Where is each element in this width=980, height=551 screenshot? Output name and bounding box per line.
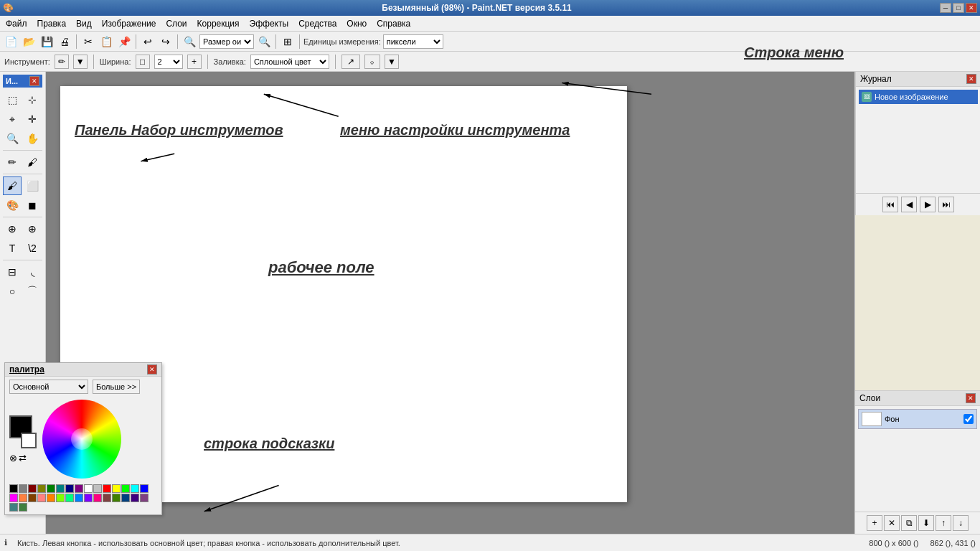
color-wheel[interactable] [42,400,121,479]
color-swatch[interactable] [84,484,93,493]
tool-move[interactable]: ✛ [23,110,42,128]
tool-lasso[interactable]: ⌖ [3,110,22,128]
palette-more-button[interactable]: Больше >> [93,380,140,394]
tool-icon-btn[interactable]: ✏ [55,55,69,69]
layers-close-button[interactable]: ✕ [966,393,976,403]
tool-brush[interactable]: 🖌 [23,153,42,171]
secondary-color-swatch[interactable] [21,433,37,448]
color-swatch[interactable] [19,503,27,512]
layer-visibility-check[interactable] [963,414,974,424]
history-next-btn[interactable]: ▶ [920,197,936,212]
close-button[interactable]: ✕ [966,3,977,13]
swap-icon[interactable]: ⇄ [19,453,27,463]
color-swatch[interactable] [9,503,18,512]
color-swatch[interactable] [112,484,121,493]
history-prev-btn[interactable]: ◀ [901,197,917,212]
color-swatch[interactable] [121,494,130,502]
delete-layer-btn[interactable]: ✕ [884,515,900,531]
tool-zoom[interactable]: 🔍 [3,129,22,148]
save-button[interactable]: 💾 [39,34,55,50]
palette-color-mode-select[interactable]: Основной Дополнительный [9,380,88,394]
width-increase[interactable]: + [187,55,202,69]
antialiasing-btn[interactable]: ↗ [341,55,360,69]
color-swatch[interactable] [37,484,46,493]
color-swatch[interactable] [93,484,102,493]
print-button[interactable]: 🖨 [57,34,72,50]
canvas-area[interactable]: Панель Набор инструметов меню настройки … [46,72,854,534]
paste-button[interactable]: 📌 [116,34,132,50]
grid-button[interactable]: ⊞ [280,34,296,50]
menu-layers[interactable]: Слои [161,17,191,30]
tool-stamp[interactable]: ⊕ [3,220,22,238]
extra-btn[interactable]: ⬦ [364,55,380,69]
menu-correction[interactable]: Коррекция [193,17,244,30]
color-swatch[interactable] [75,494,83,502]
tool-clone[interactable]: ⊕ [23,220,42,238]
tool-pencil[interactable]: ✏ [3,153,22,171]
color-swatch[interactable] [65,494,74,502]
menu-file[interactable]: Файл [1,17,32,30]
copy-button[interactable]: 📋 [98,34,114,50]
color-swatch[interactable] [47,494,55,502]
palette-close-button[interactable]: ✕ [147,364,157,375]
color-swatch[interactable] [28,494,37,502]
color-swatch[interactable] [121,484,130,493]
color-swatch[interactable] [9,494,18,502]
tool-curve[interactable]: ◟ [23,263,42,281]
units-select[interactable]: пиксели сантиметры дюймы [383,34,443,49]
color-swatch[interactable] [28,484,37,493]
history-last-btn[interactable]: ⏭ [938,197,954,212]
color-swatch[interactable] [131,494,139,502]
tool-dropdown[interactable]: ▼ [73,55,88,69]
maximize-button[interactable]: □ [953,3,964,13]
zoom-out-button[interactable]: 🔍 [182,34,197,50]
color-swatch[interactable] [56,484,65,493]
menu-help[interactable]: Справка [372,17,415,30]
tool-freeform[interactable]: ⌒ [23,282,42,301]
width-decrease[interactable]: □ [136,55,150,69]
color-swatch[interactable] [131,484,139,493]
fill-select[interactable]: Сплошной цвет Нет Gradient [250,55,329,69]
minimize-button[interactable]: ─ [940,3,951,13]
open-button[interactable]: 📂 [21,34,37,50]
color-swatch[interactable] [84,494,93,502]
tools-panel-close[interactable]: ✕ [29,76,39,86]
menu-image[interactable]: Изображение [98,17,161,30]
layer-up-btn[interactable]: ↑ [936,515,951,531]
menu-edit[interactable]: Правка [33,17,71,30]
transparent-icon[interactable]: ⊗ [9,453,17,463]
extra-btn2[interactable]: ▼ [385,55,399,69]
tool-paint-brush[interactable]: 🖌 [3,176,22,195]
tool-shapes[interactable]: \2 [23,239,42,258]
tool-recolor[interactable]: 🎨 [3,196,22,215]
duplicate-layer-btn[interactable]: ⧉ [901,515,917,531]
tool-eraser[interactable]: ⬜ [23,176,42,195]
menu-window[interactable]: Окно [342,17,371,30]
color-swatch[interactable] [47,484,55,493]
add-layer-btn[interactable]: + [867,515,882,531]
tool-line[interactable]: ⊟ [3,263,22,281]
color-swatch[interactable] [37,494,46,502]
color-swatch[interactable] [56,494,65,502]
color-swatch[interactable] [103,494,111,502]
color-swatch[interactable] [65,484,74,493]
color-swatch[interactable] [140,494,149,502]
tool-gradient[interactable]: ◼ [23,196,42,215]
zoom-select[interactable]: Размер ои 100% 200% [199,34,254,49]
menu-effects[interactable]: Эффекты [245,17,293,30]
color-swatch[interactable] [9,484,18,493]
tool-ellipse[interactable]: ○ [3,282,22,301]
merge-layer-btn[interactable]: ⬇ [918,515,934,531]
tool-text[interactable]: T [3,239,22,258]
undo-button[interactable]: ↩ [140,34,156,50]
width-select[interactable]: 2135 [154,55,183,69]
cut-button[interactable]: ✂ [80,34,96,50]
history-first-btn[interactable]: ⏮ [882,197,898,212]
color-swatch[interactable] [19,494,27,502]
zoom-in-button[interactable]: 🔍 [256,34,272,50]
menu-view[interactable]: Вид [72,17,96,30]
color-swatch[interactable] [93,494,102,502]
new-button[interactable]: 📄 [3,34,19,50]
layer-down-btn[interactable]: ↓ [953,515,969,531]
menu-tools[interactable]: Средства [294,17,341,30]
